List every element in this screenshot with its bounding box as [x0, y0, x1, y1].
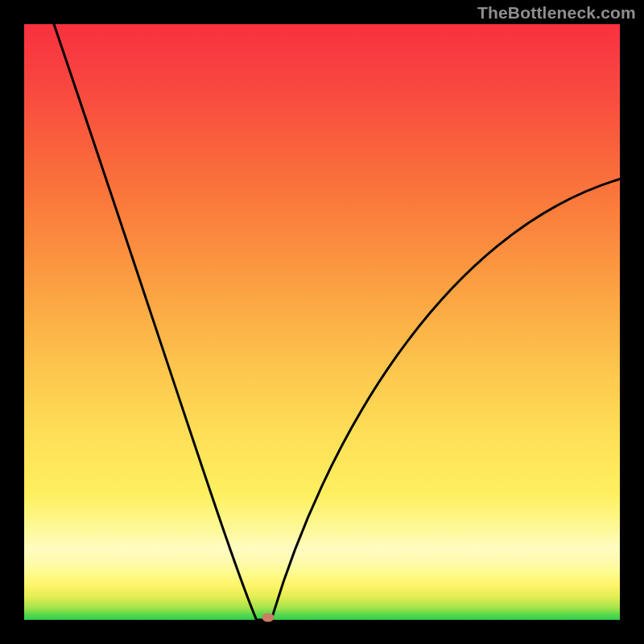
plot-area	[24, 24, 620, 620]
bottleneck-curve	[54, 24, 620, 620]
chart-stage: TheBottleneck.com	[0, 0, 644, 644]
curve-layer	[24, 24, 620, 620]
bottleneck-point-marker	[262, 613, 275, 622]
attribution-label: TheBottleneck.com	[477, 3, 636, 23]
